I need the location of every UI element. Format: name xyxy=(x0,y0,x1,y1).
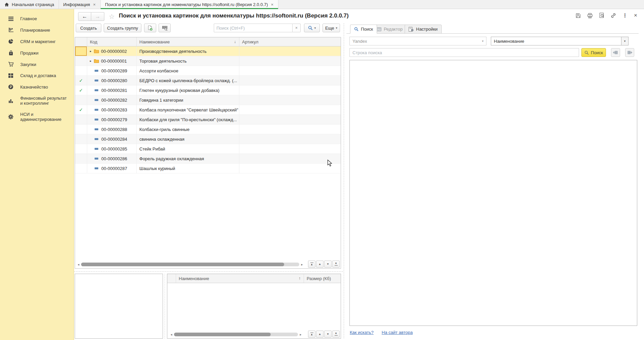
tab-close-icon[interactable]: × xyxy=(93,2,96,7)
search-icon xyxy=(584,50,589,55)
scroll-left-icon[interactable]: ◂ xyxy=(76,263,81,266)
sidebar-item-treasury[interactable]: Казначейство xyxy=(0,81,74,93)
code-column-header[interactable]: Код xyxy=(87,37,137,46)
horizontal-splitter[interactable] xyxy=(74,271,343,272)
quick-search: × xyxy=(214,24,301,32)
go-first-button[interactable]: ▲ xyxy=(308,331,315,338)
table-row[interactable]: ✓ ▸ 00-00000282 Говядина 1 категории xyxy=(75,95,341,105)
tab-editor[interactable]: Редактор xyxy=(373,25,407,34)
print-icon[interactable] xyxy=(587,13,593,18)
sidebar-item-warehouse[interactable]: Склад и доставка xyxy=(0,70,74,81)
scroll-left-icon[interactable]: ◂ xyxy=(169,333,174,336)
go-last-button[interactable]: ▼ xyxy=(332,261,340,268)
chevron-down-icon[interactable]: ▾ xyxy=(479,39,486,43)
search-query-input[interactable] xyxy=(349,48,579,57)
go-last-button[interactable]: ▼ xyxy=(332,331,340,338)
go-down-button[interactable]: ▼ xyxy=(324,331,332,338)
tab-search[interactable]: Поиск xyxy=(350,25,377,34)
sidebar-item-sales[interactable]: Продажи xyxy=(0,47,74,59)
item-name: Шашлык куриный xyxy=(137,164,239,173)
next-page-button[interactable] xyxy=(625,48,634,57)
go-down-button[interactable]: ▼ xyxy=(324,261,332,268)
images-table: Наименование ↑ Размер (Кб) ◂ ▸ ▲ ▲ ▼ ▼ xyxy=(167,274,341,339)
table-row[interactable]: ✓ ▸ 00-00000001 Торговая деятельность xyxy=(75,56,341,66)
more-icon[interactable]: ⋮ xyxy=(622,13,628,18)
search-icon xyxy=(308,26,313,30)
article-column-header[interactable]: Артикул xyxy=(239,37,341,46)
search-run-button[interactable]: Поиск xyxy=(581,48,606,57)
table-row[interactable]: ✓ ▸ 00-00000002 Производственная деятель… xyxy=(75,46,341,56)
sidebar-item-purchases[interactable]: Закупки xyxy=(0,59,74,70)
sidebar-item-main[interactable]: Главное xyxy=(0,13,74,24)
tab-close-icon[interactable]: × xyxy=(271,2,274,7)
go-up-button[interactable]: ▲ xyxy=(316,261,324,268)
expand-arrow-icon[interactable]: ▸ xyxy=(90,49,94,53)
favorite-star-icon[interactable]: ☆ xyxy=(109,12,115,21)
scrollbar-track[interactable] xyxy=(81,263,299,266)
create-from-file-button[interactable] xyxy=(144,24,156,32)
scroll-right-icon[interactable]: ▸ xyxy=(299,263,305,266)
name-column-header[interactable]: Наименование ↓ xyxy=(137,37,239,46)
link-icon[interactable] xyxy=(611,13,616,18)
item-article xyxy=(239,95,341,105)
prev-page-button[interactable] xyxy=(611,48,620,57)
search-field-combo[interactable]: Наименование ▾ xyxy=(491,37,629,45)
save-icon[interactable] xyxy=(576,13,581,18)
table-row[interactable]: ✓ ▸ 00-00000284 свинина охлажденная xyxy=(75,134,341,144)
go-first-button[interactable]: ▲ xyxy=(308,261,315,268)
tab-settings[interactable]: Настройки xyxy=(405,25,442,34)
sidebar-item-admin[interactable]: НСИ и администрирование xyxy=(0,109,74,125)
create-button[interactable]: Создать xyxy=(76,24,101,32)
table-row[interactable]: ✓ ▸ 00-00000285 Стейк Рибай xyxy=(75,144,341,154)
search-engine-combo[interactable]: Yandex ▾ xyxy=(349,37,486,45)
scrollbar-thumb[interactable] xyxy=(174,333,271,336)
bottom-splitter[interactable] xyxy=(165,274,165,339)
more-actions-button[interactable]: Еще ▾ xyxy=(323,24,340,32)
go-up-button[interactable]: ▲ xyxy=(316,331,324,338)
table-row[interactable]: ✓ ▸ 00-00000283 Колбаса полукопченая "Се… xyxy=(75,105,341,115)
table-row[interactable]: ✓ ▸ 00-00000280 БЕДРО с кожей цыпленка-б… xyxy=(75,76,341,86)
barcode-search-button[interactable] xyxy=(159,24,171,32)
table-row[interactable]: ✓ ▸ 00-00000288 Колбаски-гриль свинные xyxy=(75,125,341,134)
table-row[interactable]: ✓ ▸ 00-00000281 Глютен кукурузный (кормо… xyxy=(75,86,341,95)
item-name: Стейк Рибай xyxy=(137,144,239,154)
vertical-splitter[interactable] xyxy=(344,23,344,338)
item-icon xyxy=(95,128,98,130)
tab-image-search[interactable]: Поиск и установка картинок для номенклат… xyxy=(101,0,278,9)
image-name-column-header[interactable]: Наименование ↑ xyxy=(176,274,304,283)
status-column-header[interactable] xyxy=(75,37,87,46)
preview-icon[interactable] xyxy=(599,13,604,18)
sidebar-item-planning[interactable]: Планирование xyxy=(0,24,74,36)
image-size-column-header[interactable]: Размер (Кб) xyxy=(304,274,341,283)
item-article xyxy=(239,105,341,114)
create-group-button[interactable]: Создать группу xyxy=(104,24,141,32)
chevron-down-icon[interactable]: ▾ xyxy=(621,37,628,45)
item-name: Говядина 1 категории xyxy=(137,95,239,105)
table-row[interactable]: ✓ ▸ 00-00000286 Форель радужная охлажден… xyxy=(75,154,341,164)
scrollbar-track[interactable] xyxy=(174,333,298,336)
scroll-right-icon[interactable]: ▸ xyxy=(298,333,303,336)
tab-information[interactable]: Информация × xyxy=(59,0,101,9)
forward-button[interactable]: → xyxy=(91,12,104,21)
search-input[interactable] xyxy=(214,24,292,32)
author-site-link[interactable]: На сайт автора xyxy=(382,330,413,335)
barcode-icon xyxy=(162,25,168,31)
back-button[interactable]: ← xyxy=(78,12,91,21)
sidebar-item-finance[interactable]: Финансовый результат и контроллинг xyxy=(0,93,74,109)
sidebar-item-crm[interactable]: CRM и маркетинг xyxy=(0,36,74,47)
table-hscrollbar: ◂ ▸ xyxy=(76,262,305,267)
item-article xyxy=(239,154,341,163)
table-row[interactable]: ✓ ▸ 00-00000287 Шашлык куриный xyxy=(75,164,341,173)
item-name: Колбаски для гриля "По-крестьянски" (охл… xyxy=(137,115,239,124)
search-clear-button[interactable]: × xyxy=(292,24,301,32)
item-name: Колбаски-гриль свинные xyxy=(137,125,239,134)
close-icon[interactable]: × xyxy=(634,13,637,18)
table-row[interactable]: ✓ ▸ 00-00000289 Ассорти колбасное xyxy=(75,66,341,76)
table-row[interactable]: ✓ ▸ 00-00000279 Колбаски для гриля "По-к… xyxy=(75,115,341,125)
tab-home-page[interactable]: Начальная страница xyxy=(0,0,59,9)
expand-arrow-icon[interactable]: ▸ xyxy=(90,59,94,63)
how-to-search-link[interactable]: Как искать? xyxy=(350,330,374,335)
search-options-button[interactable]: ▾ xyxy=(304,24,320,32)
icon-column-header[interactable] xyxy=(167,274,176,283)
scrollbar-thumb[interactable] xyxy=(81,263,284,266)
